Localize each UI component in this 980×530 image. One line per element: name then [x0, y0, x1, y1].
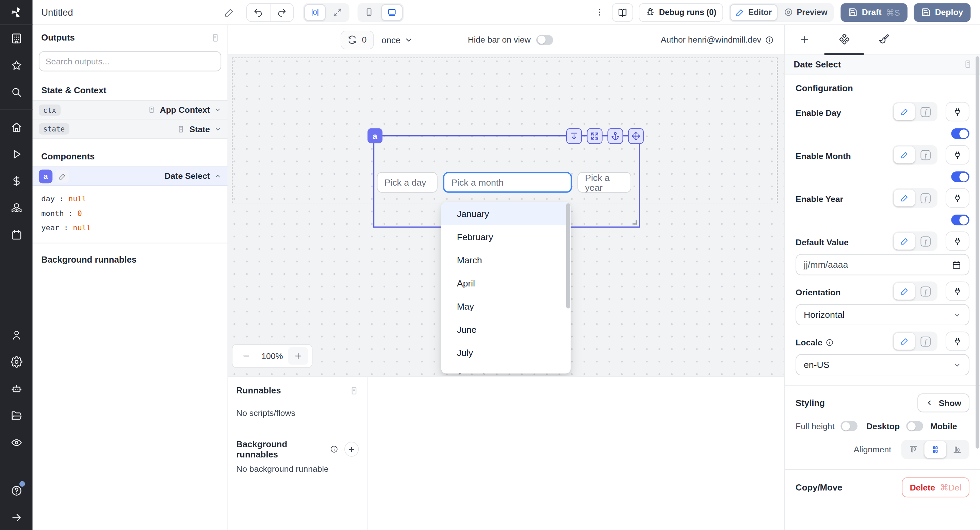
- full-height-toggle[interactable]: [841, 421, 858, 431]
- fx-icon[interactable]: f: [915, 147, 936, 163]
- folders-icon[interactable]: [0, 402, 33, 429]
- resources-dollar-icon[interactable]: [0, 168, 33, 195]
- kebab-menu-icon[interactable]: [592, 5, 606, 19]
- fullscreen-layout-button[interactable]: [327, 4, 348, 21]
- month-option[interactable]: February: [441, 225, 571, 248]
- frequency-dropdown[interactable]: once: [382, 35, 413, 45]
- month-input[interactable]: Pick a month: [443, 172, 572, 193]
- workers-bot-icon[interactable]: [0, 375, 33, 402]
- fx-icon[interactable]: f: [915, 190, 936, 207]
- panel-collapse-icon[interactable]: [963, 59, 972, 69]
- edit-title-pencil-icon[interactable]: [222, 5, 237, 20]
- month-option[interactable]: June: [441, 318, 571, 341]
- debug-runs-button[interactable]: Debug runs (0): [638, 3, 723, 21]
- ctx-row[interactable]: ctx App Context: [33, 100, 228, 120]
- center-layout-button[interactable]: [304, 4, 325, 21]
- deploy-button[interactable]: Deploy: [914, 3, 970, 21]
- runs-play-icon[interactable]: [0, 140, 33, 168]
- delete-button[interactable]: Delete ⌘Del: [902, 477, 969, 497]
- output-month[interactable]: month : 0: [41, 206, 219, 221]
- fx-icon[interactable]: f: [915, 283, 936, 300]
- zoom-in-button[interactable]: [288, 347, 308, 364]
- component-settings-tab[interactable]: [824, 25, 864, 54]
- draft-button[interactable]: Draft ⌘S: [840, 3, 907, 21]
- workspace-building-icon[interactable]: [0, 25, 33, 52]
- month-option[interactable]: April: [441, 271, 571, 295]
- component-row-a[interactable]: a Date Select: [33, 166, 228, 186]
- static-pencil-icon[interactable]: [894, 190, 915, 207]
- favorites-star-icon[interactable]: [0, 52, 33, 79]
- panel-collapse-icon[interactable]: [211, 33, 220, 42]
- add-background-runnable-button[interactable]: [345, 442, 359, 457]
- connect-plug-icon[interactable]: [946, 231, 969, 251]
- desktop-toggle[interactable]: [906, 421, 923, 431]
- output-year[interactable]: year : null: [41, 221, 219, 235]
- expand-down-icon[interactable]: [566, 128, 582, 144]
- fx-icon[interactable]: f: [915, 233, 936, 250]
- month-option[interactable]: July: [441, 341, 571, 364]
- calendar-icon[interactable]: [952, 260, 961, 270]
- outputs-search-input[interactable]: [39, 51, 221, 72]
- refresh-count-button[interactable]: 0: [340, 30, 373, 49]
- search-icon[interactable]: [0, 79, 33, 105]
- fx-icon[interactable]: f: [915, 333, 936, 350]
- redo-button[interactable]: [270, 3, 293, 21]
- month-option[interactable]: August: [441, 364, 571, 374]
- docs-book-button[interactable]: [611, 3, 633, 21]
- help-icon[interactable]: [0, 477, 33, 504]
- align-top-icon[interactable]: [902, 441, 924, 458]
- dropdown-scrollbar[interactable]: [566, 203, 570, 309]
- month-option[interactable]: January: [441, 202, 571, 225]
- move-icon[interactable]: [628, 128, 644, 144]
- locale-select[interactable]: en-US: [795, 354, 969, 375]
- rename-component-pencil-icon[interactable]: [56, 170, 69, 183]
- align-center-icon[interactable]: [924, 441, 946, 458]
- mobile-view-button[interactable]: [359, 4, 380, 21]
- anchor-icon[interactable]: [608, 128, 623, 144]
- enable-year-toggle[interactable]: [951, 215, 969, 225]
- zoom-out-button[interactable]: [236, 347, 256, 364]
- preview-tab[interactable]: Preview: [778, 4, 832, 21]
- user-icon[interactable]: [0, 322, 33, 348]
- connect-plug-icon[interactable]: [946, 145, 969, 164]
- static-pencil-icon[interactable]: [894, 147, 915, 163]
- default-value-date-input[interactable]: jj/mm/aaaa: [795, 254, 969, 275]
- month-option[interactable]: March: [441, 248, 571, 271]
- state-row[interactable]: state State: [33, 120, 228, 139]
- app-canvas[interactable]: a Pick a day: [228, 55, 784, 376]
- undo-button[interactable]: [247, 3, 270, 21]
- connect-plug-icon[interactable]: [946, 188, 969, 208]
- month-option[interactable]: May: [441, 295, 571, 318]
- inspector-scrollbar[interactable]: [975, 56, 979, 449]
- theme-brush-tab[interactable]: [864, 25, 903, 54]
- settings-gear-icon[interactable]: [0, 348, 33, 375]
- resize-handle[interactable]: [633, 220, 637, 225]
- enable-day-toggle[interactable]: [951, 128, 969, 139]
- hide-bar-toggle[interactable]: [536, 35, 553, 45]
- desktop-view-button[interactable]: [381, 4, 402, 21]
- component-handle[interactable]: a: [368, 128, 382, 144]
- day-input[interactable]: Pick a day: [377, 172, 438, 193]
- static-pencil-icon[interactable]: [894, 333, 915, 350]
- fx-icon[interactable]: f: [915, 103, 936, 120]
- add-component-tab[interactable]: [785, 25, 824, 54]
- panel-collapse-icon[interactable]: [350, 386, 359, 395]
- home-icon[interactable]: [0, 114, 33, 140]
- align-bottom-icon[interactable]: [946, 441, 968, 458]
- maximize-icon[interactable]: [587, 128, 603, 144]
- windmill-logo[interactable]: [0, 0, 33, 25]
- orientation-select[interactable]: Horizontal: [795, 304, 969, 325]
- enable-month-toggle[interactable]: [951, 171, 969, 182]
- static-pencil-icon[interactable]: [894, 283, 915, 300]
- apps-boxes-icon[interactable]: [0, 195, 33, 221]
- schedules-calendar-icon[interactable]: [0, 221, 33, 248]
- output-day[interactable]: day : null: [41, 192, 219, 206]
- styling-show-button[interactable]: Show: [917, 393, 969, 412]
- connect-plug-icon[interactable]: [946, 331, 969, 351]
- year-input[interactable]: Pick a year: [578, 172, 631, 193]
- static-pencil-icon[interactable]: [894, 233, 915, 250]
- editor-tab[interactable]: Editor: [730, 4, 778, 21]
- audit-eye-icon[interactable]: [0, 429, 33, 456]
- collapse-arrow-icon[interactable]: [0, 504, 33, 530]
- connect-plug-icon[interactable]: [946, 282, 969, 301]
